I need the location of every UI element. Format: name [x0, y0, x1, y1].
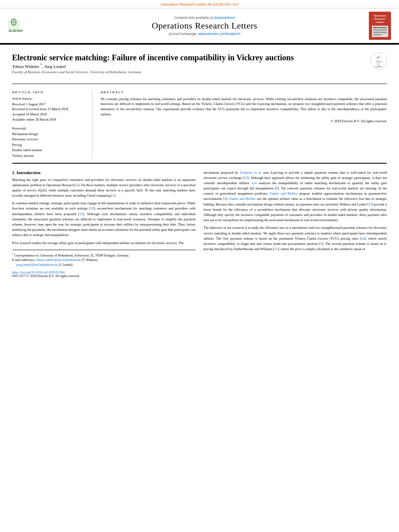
abstract-heading: ABSTRACT [101, 90, 387, 94]
email-widmer-attr: (T. Widmer), [82, 258, 98, 262]
journal-header-center: Contents lists available at ScienceDirec… [44, 16, 365, 36]
cite-fadaei-bichler2[interactable]: Fadaei and Bichler [229, 197, 256, 201]
keyword-double-sided: Double-sided markets [12, 148, 86, 153]
sciencedirect-link[interactable]: ScienceDirect [214, 16, 235, 20]
svg-rect-10 [378, 27, 387, 28]
keyword-mechanism-design: Mechanism design [12, 131, 86, 137]
intro-paragraph3: Prior research studies the average utili… [12, 240, 195, 246]
footnote-email2: joerg.leukel@uni-hohenheim.de (J. Leukel… [12, 263, 195, 267]
ref-2[interactable]: 2 [76, 183, 78, 187]
left-body-column: 1. Introduction Matching the right pairs… [12, 170, 195, 278]
doi-anchor[interactable]: https://doi.org/10.1016/j.orl.2018.03.00… [12, 271, 65, 274]
copyright-text: © 2018 Elsevier B.V. All rights reserved… [101, 119, 387, 123]
email-leukel-attr: (J. Leukel). [58, 263, 73, 267]
history-online: Available online 26 March 2018 [12, 117, 86, 122]
article-title-section: Electronic service matching: Failure of … [12, 45, 387, 81]
right-paragraph2: The objective of our research is to stud… [204, 225, 387, 252]
abstract-while: While [265, 97, 274, 101]
intro-section-title: 1. Introduction [12, 170, 195, 175]
homepage-line: journal homepage: www.elsevier.com/locat… [44, 32, 365, 36]
keywords-label: Keywords: [12, 126, 86, 130]
article-title: Electronic service matching: Failure of … [12, 52, 364, 63]
ref-10[interactable]: 10 [90, 206, 94, 210]
cover-line3: Letters [376, 21, 384, 24]
journal-reference-text: Operations Research Letters 46 (2018) 31… [160, 2, 239, 6]
cover-line1: Operations [374, 14, 387, 18]
elsevier-logo: ELSEVIER [8, 17, 40, 34]
cite-lee[interactable]: Lee [252, 181, 257, 185]
issn-text: 0167-6377/© 2018 Elsevier B.V. All right… [12, 274, 195, 278]
svg-rect-13 [373, 34, 381, 35]
article-title-block: Electronic service matching: Failure of … [12, 52, 370, 78]
keywords-section: Keywords: Mechanism design Electronic se… [12, 126, 86, 159]
doi-section: https://doi.org/10.1016/j.orl.2018.03.00… [12, 271, 195, 278]
homepage-link[interactable]: www.elsevier.com/locate/orl [198, 32, 240, 36]
keyword-vickrey: Vickrey auction [12, 153, 86, 159]
title-divider [12, 84, 387, 84]
ref-15b[interactable]: 15 [368, 202, 372, 206]
footnote-section: * Correspondence to: University of Hohen… [12, 250, 195, 268]
intro-section-name: Introduction [16, 170, 41, 175]
ref-3[interactable]: 3 [224, 197, 226, 201]
author-widmer[interactable]: Tobias Widmer * [12, 64, 42, 69]
intro-paragraph2: In common market settings, strategic par… [12, 201, 195, 238]
svg-rect-11 [373, 29, 387, 31]
article-info-abstract-section: ARTICLE INFO Article history: Received 1… [12, 86, 387, 163]
svg-text:ELSEVIER: ELSEVIER [9, 29, 23, 32]
email-widmer-link[interactable]: tobias.widmer@uni-hohenheim.de [36, 258, 81, 262]
history-accepted: Accepted 16 March 2018 [12, 112, 86, 117]
svg-rect-9 [373, 27, 377, 28]
right-paragraph1: mechanism proposed by Schnizler et al. u… [204, 170, 387, 223]
history-received: Received 1 August 2017 [12, 102, 86, 107]
contents-available-line: Contents lists available at ScienceDirec… [44, 16, 365, 20]
authors-line: Tobias Widmer *, Joeg Leukel [12, 63, 364, 69]
check-updates-badge: ✓ Checkforupdates [370, 52, 387, 69]
keyword-electronic-services: Electronic services [12, 137, 86, 142]
ref-11[interactable]: 11 [275, 247, 278, 251]
cite-schnizler[interactable]: Schnizler et al. [240, 170, 261, 175]
ref-14[interactable]: 14 [361, 236, 365, 240]
affiliation-text: Faculty of Business, Economics and Socia… [12, 70, 364, 74]
email-leukel-link[interactable]: joerg.leukel@uni-hohenheim.de [16, 263, 58, 267]
article-info-column: ARTICLE INFO Article history: Received 1… [12, 90, 93, 159]
contents-label: Contents lists available at [174, 16, 213, 20]
ref-12[interactable]: 12 [244, 176, 248, 180]
homepage-label: journal homepage: [169, 32, 197, 36]
journal-title: Operations Research Letters [44, 21, 365, 31]
footnote-emails: E-mail addresses: tobias.widmer@uni-hohe… [12, 258, 195, 263]
history-label: Article history: [12, 97, 86, 101]
intro-paragraph1: Matching the right pairs of competitive … [12, 177, 195, 199]
cite-fadaei-bichler1[interactable]: Fadaei and Bichler [270, 191, 298, 195]
ref-15[interactable]: 15 [79, 212, 83, 216]
svg-rect-12 [373, 32, 387, 33]
journal-header: ELSEVIER Contents lists available at Sci… [0, 8, 399, 44]
journal-cover-image: Operations Research Letters [369, 12, 391, 40]
cover-line2: Research [374, 18, 385, 21]
footnote-star: * Correspondence to: University of Hohen… [12, 252, 195, 258]
main-content-area: Electronic service matching: Failure of … [0, 45, 399, 278]
journal-reference-bar: Operations Research Letters 46 (2018) 31… [0, 0, 399, 8]
ref-5[interactable]: 5 [321, 242, 322, 246]
ref-1[interactable]: 1 [113, 193, 114, 197]
abstract-column: ABSTRACT We consider pricing schemes for… [101, 90, 387, 159]
intro-section-number: 1. [12, 170, 15, 175]
author-leukel[interactable]: Joeg Leukel [44, 64, 66, 69]
article-info-heading: ARTICLE INFO [12, 90, 86, 94]
body-section: 1. Introduction Matching the right pairs… [12, 164, 387, 278]
abstract-text: We consider pricing schemes for matching… [101, 97, 387, 117]
ref-8[interactable]: 8 [276, 186, 278, 190]
history-revised: Received in revised form 15 March 2018 [12, 107, 86, 112]
right-body-column: mechanism proposed by Schnizler et al. u… [204, 170, 387, 278]
doi-link[interactable]: https://doi.org/10.1016/j.orl.2018.03.00… [12, 271, 195, 274]
keyword-pricing: Pricing [12, 142, 86, 148]
